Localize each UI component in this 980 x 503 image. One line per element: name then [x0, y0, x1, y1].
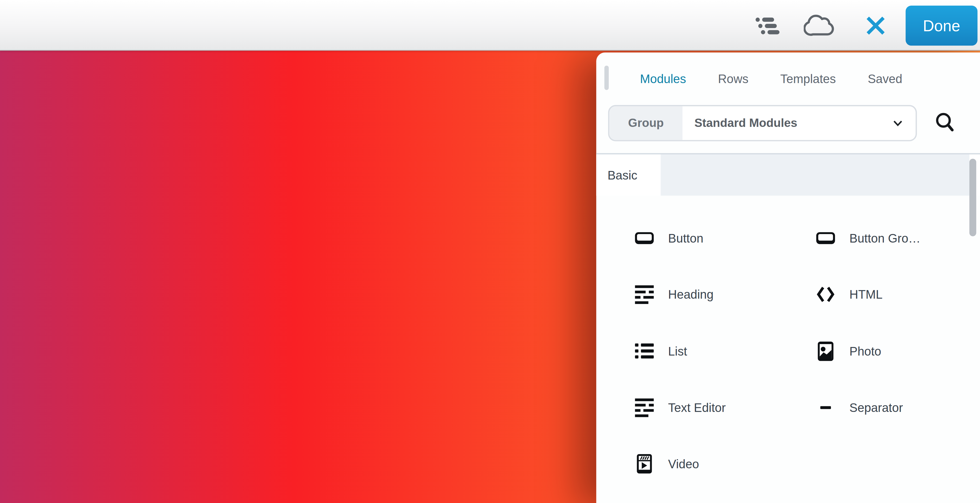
- topbar: Done: [0, 0, 980, 51]
- panel-scrollbar-thumb[interactable]: [969, 159, 976, 236]
- builder-screen: Done Modules Rows Templates Saved Group …: [0, 0, 980, 503]
- heading-icon: [634, 284, 655, 305]
- video-icon: [634, 453, 655, 474]
- module-label: Separator: [850, 400, 903, 415]
- search-button[interactable]: [933, 111, 958, 136]
- module-separator[interactable]: Separator: [815, 397, 903, 418]
- cloud-icon: [804, 13, 837, 39]
- list-icon: [634, 341, 655, 362]
- tab-rows[interactable]: Rows: [718, 72, 748, 86]
- text-editor-icon: [634, 397, 655, 418]
- category-tab-basic[interactable]: Basic: [596, 154, 660, 196]
- outline-list-icon: [755, 15, 781, 36]
- category-tab-label: Basic: [608, 168, 637, 182]
- module-button[interactable]: Button: [634, 228, 703, 249]
- module-label: HTML: [850, 287, 883, 302]
- module-label: Button: [668, 231, 703, 245]
- tab-saved[interactable]: Saved: [868, 72, 902, 86]
- module-heading[interactable]: Heading: [634, 284, 714, 305]
- button-icon: [634, 228, 655, 249]
- tab-templates[interactable]: Templates: [780, 72, 836, 86]
- search-icon: [934, 111, 958, 135]
- module-label: Video: [668, 457, 699, 471]
- content-panel: Modules Rows Templates Saved Group Stand…: [596, 53, 980, 503]
- module-html[interactable]: HTML: [815, 284, 883, 305]
- close-icon: [865, 15, 886, 36]
- module-label: Photo: [850, 344, 881, 358]
- module-button-group[interactable]: Button Gro…: [815, 228, 920, 249]
- panel-tabs: Modules Rows Templates Saved: [640, 53, 902, 105]
- module-label: Text Editor: [668, 400, 726, 415]
- separator-icon: [815, 397, 836, 418]
- panel-drag-handle[interactable]: [605, 66, 609, 90]
- html-icon: [815, 284, 836, 305]
- close-button[interactable]: [862, 13, 889, 39]
- group-select-value: Standard Modules: [682, 116, 797, 130]
- outline-list-button[interactable]: [752, 11, 784, 40]
- category-strip-background: [660, 154, 969, 196]
- module-list[interactable]: List: [634, 341, 687, 362]
- tab-modules[interactable]: Modules: [640, 72, 686, 86]
- group-select[interactable]: Group Standard Modules: [608, 105, 917, 141]
- module-label: List: [668, 344, 687, 358]
- done-button[interactable]: Done: [906, 6, 978, 46]
- photo-icon: [815, 341, 836, 362]
- cloud-save-button[interactable]: [802, 10, 839, 41]
- module-text-editor[interactable]: Text Editor: [634, 397, 726, 418]
- module-label: Button Gro…: [850, 231, 920, 245]
- category-strip: Basic: [596, 153, 980, 196]
- module-photo[interactable]: Photo: [815, 341, 881, 362]
- module-label: Heading: [668, 287, 713, 302]
- module-video[interactable]: Video: [634, 453, 699, 474]
- group-filter-row: Group Standard Modules: [608, 105, 917, 141]
- button-group-icon: [815, 228, 836, 249]
- group-select-label: Group: [609, 106, 682, 140]
- chevron-down-icon: [892, 120, 903, 127]
